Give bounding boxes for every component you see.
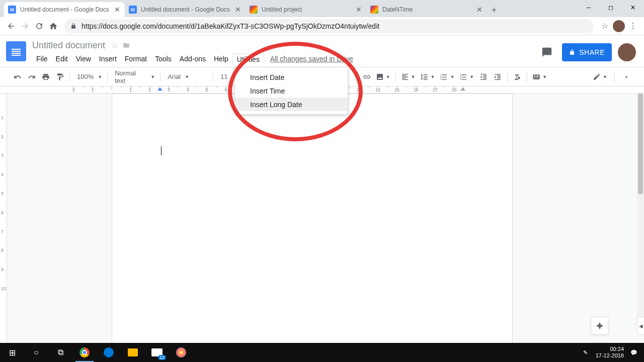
cortana-button[interactable]: ○ [24,343,48,362]
tab-title: Untitled document - Google Docs [141,6,234,13]
chevron-down-icon: ▼ [98,74,102,79]
tab-close-icon[interactable]: ✕ [234,6,242,13]
dropdown-item-insert-date[interactable]: Insert Date [235,70,348,84]
browser-tab[interactable]: Untitled document - Google Docs ✕ [125,2,246,17]
share-button[interactable]: SHARE [562,43,612,61]
document-title[interactable]: Untitled document [32,40,105,51]
chevron-down-icon: ▼ [386,74,390,79]
edge-taskbar-icon[interactable] [97,343,121,362]
window-controls: ─ ◻ ✕ [578,0,644,15]
explorer-taskbar-icon[interactable] [121,343,145,362]
docs-favicon-icon [129,6,137,14]
line-spacing-button[interactable]: ▼ [418,70,437,83]
menu-edit[interactable]: Edit [52,54,72,64]
start-button[interactable]: ⊞ [0,343,24,362]
back-button[interactable] [4,19,18,33]
forward-button[interactable] [18,19,32,33]
scrollbar-thumb[interactable] [638,94,643,194]
dropdown-item-insert-time[interactable]: Insert Time [235,84,348,98]
user-avatar[interactable] [618,43,636,61]
utilities-dropdown: Insert Date Insert Time Insert Long Date [234,67,348,115]
text-cursor [161,146,162,155]
task-view-button[interactable]: ⧉ [48,343,72,362]
tab-close-icon[interactable]: ✕ [355,6,362,13]
clear-formatting-button[interactable] [511,70,524,83]
vertical-ruler[interactable]: 12345678910 [0,94,7,343]
document-page[interactable] [112,94,513,343]
bulleted-list-button[interactable]: ▼ [457,70,476,83]
minimize-button[interactable]: ─ [578,0,600,15]
browser-profile-avatar[interactable] [612,19,626,33]
print-button[interactable] [39,70,52,83]
close-window-button[interactable]: ✕ [622,0,644,15]
chevron-down-icon: ▼ [603,74,607,79]
separator [107,72,108,82]
tray-pen-icon[interactable]: ✎ [580,343,592,362]
chevron-down-icon: ▼ [411,74,416,79]
undo-button[interactable] [11,70,24,83]
zoom-combo[interactable]: 100%▼ [73,70,104,83]
input-tools-button[interactable]: ▼ [530,70,549,83]
new-tab-button[interactable]: + [487,3,501,17]
menu-view[interactable]: View [72,54,95,64]
star-document-icon[interactable]: ☆ [111,41,118,50]
font-combo[interactable]: Arial▼ [164,70,210,83]
chevron-down-icon: ▼ [469,74,474,79]
mail-taskbar-icon[interactable]: 12 [145,343,169,362]
address-bar: https://docs.google.com/document/d/1aBek… [0,17,644,35]
page-area [7,94,644,343]
url-field[interactable]: https://docs.google.com/document/d/1aBek… [64,19,594,33]
comments-button[interactable] [538,43,556,61]
increase-indent-button[interactable] [491,70,504,83]
side-panel-toggle[interactable]: ◀ [637,317,644,335]
paint-format-button[interactable] [53,70,66,83]
menu-addons[interactable]: Add-ons [176,54,210,64]
browser-tab[interactable]: Untitled document - Google Docs ✕ [4,2,125,17]
docs-logo-icon[interactable] [6,41,26,61]
menu-help[interactable]: Help [210,54,232,64]
menu-utilities[interactable]: Utilities [232,54,264,64]
explore-button[interactable] [591,317,609,335]
paragraph-style-combo[interactable]: Normal text▼ [111,70,157,83]
windows-taskbar: ⊞ ○ ⧉ 12 ✎ 00:24 17-12-2018 💬 [0,343,644,362]
script-favicon-icon [370,6,378,14]
menu-tools[interactable]: Tools [151,54,176,64]
move-folder-icon[interactable] [122,42,130,49]
browser-tab-strip: Untitled document - Google Docs ✕ Untitl… [0,0,644,17]
hide-menus-button[interactable] [620,70,633,83]
reload-button[interactable] [32,19,46,33]
save-status[interactable]: All changes saved in Drive [270,55,353,63]
dropdown-item-insert-long-date[interactable]: Insert Long Date [235,98,348,111]
align-button[interactable]: ▼ [399,70,418,83]
separator [507,72,508,82]
menu-insert[interactable]: Insert [95,54,121,64]
notifications-icon[interactable]: 💬 [628,343,640,362]
browser-tab[interactable]: Untitled project ✕ [246,2,366,17]
insert-image-button[interactable]: ▼ [374,70,392,83]
tab-title: Untitled document - Google Docs [20,6,114,13]
chrome-taskbar-icon[interactable] [72,343,97,362]
separator [213,72,213,82]
vertical-scrollbar[interactable] [637,94,644,334]
header-actions: SHARE [538,43,636,61]
tray-clock[interactable]: 00:24 17-12-2018 [592,346,628,359]
font-size-combo[interactable]: 11 [216,70,231,83]
home-button[interactable] [46,19,60,33]
menu-file[interactable]: File [32,54,52,64]
menu-format[interactable]: Format [121,54,151,64]
redo-button[interactable] [25,70,38,83]
maximize-button[interactable]: ◻ [600,0,622,15]
tab-close-icon[interactable]: ✕ [114,6,121,13]
insert-link-button[interactable] [360,70,373,83]
browser-menu-icon[interactable]: ⋮ [626,19,640,33]
tab-title: DateNTime [382,6,476,13]
paint-taskbar-icon[interactable] [169,343,193,362]
chevron-down-icon: ▼ [450,74,454,79]
tab-close-icon[interactable]: ✕ [476,6,483,13]
bookmark-star-icon[interactable]: ☆ [598,19,612,33]
url-text: https://docs.google.com/document/d/1aBek… [82,22,379,30]
editing-mode-button[interactable]: ▼ [591,70,609,83]
browser-tab[interactable]: DateNTime ✕ [366,2,487,17]
numbered-list-button[interactable]: ▼ [438,70,456,83]
decrease-indent-button[interactable] [477,70,490,83]
